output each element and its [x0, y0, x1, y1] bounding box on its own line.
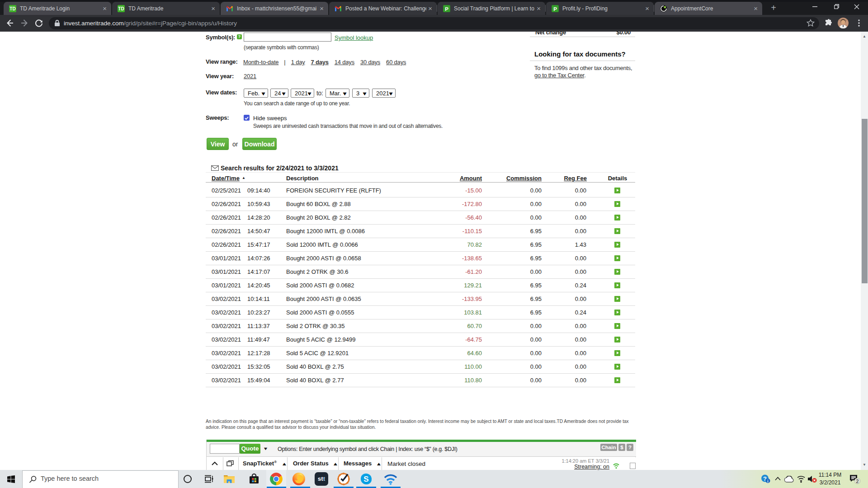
browser-tab-2[interactable]: TDTD Ameritrade×	[112, 2, 220, 15]
scroll-down-arrow[interactable]: ▼	[863, 463, 866, 467]
quote-button[interactable]: Quote	[240, 444, 260, 454]
browser-scrollbar[interactable]: ▲ ▼	[861, 32, 868, 470]
details-play-button[interactable]	[614, 282, 620, 288]
browser-tab-7[interactable]: AppointmentCore×	[655, 2, 762, 15]
details-play-button[interactable]	[614, 188, 620, 193]
details-play-button[interactable]	[614, 350, 620, 356]
col-date-time[interactable]: Date/Time	[212, 175, 240, 182]
tab-close-icon[interactable]: ×	[211, 5, 215, 12]
details-play-button[interactable]	[614, 255, 620, 261]
clock-app-icon[interactable]	[337, 472, 350, 486]
dollar-button[interactable]: $	[618, 444, 625, 451]
range-month-to-date[interactable]: Month-to-date	[243, 59, 278, 66]
task-view-icon[interactable]	[204, 475, 213, 483]
details-play-button[interactable]	[614, 364, 620, 370]
email-icon[interactable]	[211, 165, 219, 171]
symbols-input[interactable]	[244, 33, 331, 42]
range-14-days[interactable]: 14 days	[335, 59, 354, 66]
range-30-days[interactable]: 30 days	[360, 59, 380, 66]
tab-close-icon[interactable]: ×	[537, 5, 541, 12]
scrollbar-thumb[interactable]	[862, 119, 868, 283]
taskbar-clock[interactable]: 11:14 PM 3/2/2021	[816, 471, 844, 487]
col-reg-fee[interactable]: Reg Fee	[546, 175, 587, 182]
file-explorer-icon[interactable]	[223, 474, 235, 484]
quote-dropdown-caret[interactable]: ▼	[263, 446, 268, 451]
browser-tab-4[interactable]: Posted a New Webinar: Challenge×	[329, 2, 437, 15]
download-button[interactable]: Download	[242, 138, 277, 150]
browser-tab-1[interactable]: TDTD Ameritrade Login×	[4, 2, 111, 15]
collapse-chevron-icon[interactable]	[212, 461, 218, 465]
quote-symbol-input[interactable]	[210, 444, 240, 454]
symbols-help-icon[interactable]: ?	[237, 34, 242, 39]
firefox-icon[interactable]	[292, 472, 306, 486]
scroll-up-arrow[interactable]: ▲	[863, 34, 866, 38]
reload-icon[interactable]	[34, 19, 43, 28]
browser-tab-3[interactable]: Inbox - mattchristensen55@gmai×	[221, 2, 328, 15]
back-icon[interactable]	[5, 19, 14, 28]
details-play-button[interactable]	[614, 242, 620, 248]
help-tray-icon[interactable]: ? i	[761, 474, 771, 483]
to-day-select[interactable]: 3▼	[352, 89, 369, 98]
chrome-icon[interactable]	[269, 472, 283, 486]
profile-avatar[interactable]	[838, 18, 849, 28]
to-year-select[interactable]: 2021▼	[372, 89, 396, 98]
view-year-link[interactable]: 2021	[244, 73, 256, 80]
popout-icon[interactable]	[226, 460, 234, 467]
details-play-button[interactable]	[614, 269, 620, 275]
action-center-icon[interactable]: 2	[849, 474, 861, 484]
menu-kebab-icon[interactable]	[855, 19, 863, 27]
details-play-button[interactable]	[614, 377, 620, 383]
window-close-button[interactable]	[854, 4, 859, 9]
to-month-select[interactable]: Mar.▼	[326, 89, 349, 98]
tray-expand-chevron[interactable]	[775, 477, 781, 481]
details-play-button[interactable]	[614, 323, 620, 329]
range-60-days[interactable]: 60 days	[386, 59, 406, 66]
tab-close-icon[interactable]: ×	[645, 5, 649, 12]
window-minimize-button[interactable]	[812, 6, 817, 7]
details-play-button[interactable]	[614, 201, 620, 207]
order-status-tab[interactable]: Order Status ▲	[293, 460, 338, 467]
browser-tab-5[interactable]: PSocial Trading Platform | Learn to×	[438, 2, 545, 15]
tab-close-icon[interactable]: ×	[428, 5, 432, 12]
microsoft-store-icon[interactable]	[249, 474, 259, 484]
tab-close-icon[interactable]: ×	[320, 5, 324, 12]
onedrive-cloud-icon[interactable]	[784, 476, 794, 483]
bookmark-star-icon[interactable]	[807, 19, 815, 27]
browser-tab-6[interactable]: PProfit.ly - ProfiDing×	[546, 2, 654, 15]
hide-sweeps-checkbox[interactable]	[244, 115, 250, 121]
details-play-button[interactable]	[614, 228, 620, 234]
network-wifi-icon[interactable]	[797, 475, 806, 483]
range-1-day[interactable]: 1 day	[291, 59, 305, 66]
streaming-link[interactable]: Streaming: on	[542, 464, 609, 470]
chain-button[interactable]: Chain	[600, 444, 617, 451]
forward-icon[interactable]	[20, 19, 29, 28]
stockstotrade-icon[interactable]: stt	[315, 472, 328, 486]
from-day-select[interactable]: 24▼	[270, 89, 288, 98]
help-button[interactable]: ?	[627, 444, 633, 451]
details-play-button[interactable]	[614, 310, 620, 315]
new-tab-button[interactable]: +	[769, 3, 778, 13]
cortana-icon[interactable]	[183, 474, 192, 483]
snapticket-handle[interactable]	[630, 463, 636, 469]
tab-close-icon[interactable]: ×	[103, 5, 107, 12]
tab-close-icon[interactable]: ×	[754, 5, 758, 12]
extensions-puzzle-icon[interactable]	[825, 19, 833, 27]
snapticket-tab[interactable]: SnapTicket® ▲	[243, 460, 287, 467]
messages-tab[interactable]: Messages ▲	[344, 460, 381, 467]
col-commission[interactable]: Commission	[501, 175, 542, 182]
range-7-days[interactable]: 7 days	[311, 59, 329, 66]
details-play-button[interactable]	[614, 215, 620, 221]
start-button[interactable]	[7, 475, 15, 483]
details-play-button[interactable]	[614, 296, 620, 302]
wifi-app-icon[interactable]	[383, 474, 398, 485]
from-month-select[interactable]: Feb.▼	[244, 89, 268, 98]
tax-center-link[interactable]: go to the Tax Center	[534, 72, 584, 79]
view-button[interactable]: View	[207, 138, 229, 150]
volume-muted-icon[interactable]	[807, 475, 817, 483]
taskbar-search[interactable]: Type here to search	[22, 470, 179, 488]
details-play-button[interactable]	[614, 337, 620, 343]
col-amount[interactable]: Amount	[441, 175, 482, 182]
symbol-lookup-link[interactable]: Symbol lookup	[335, 34, 373, 41]
window-restore-button[interactable]	[834, 4, 839, 9]
from-year-select[interactable]: 2021▼	[291, 89, 314, 98]
